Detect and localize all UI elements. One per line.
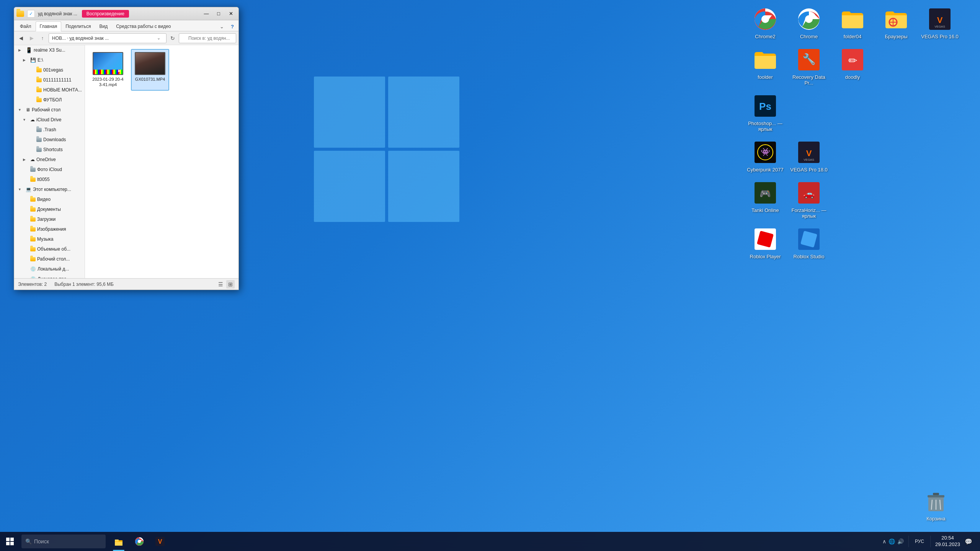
sidebar-realme-label: realme X3 Su... <box>34 47 65 53</box>
minimize-button[interactable]: — <box>201 10 212 18</box>
sidebar-item-local-disk[interactable]: 💿 Локальный д... <box>14 264 85 274</box>
taskbar-search[interactable]: 🔍 Поиск <box>21 535 106 548</box>
ribbon-expand-btn[interactable]: ⌄ <box>217 22 226 31</box>
tab-video-tools[interactable]: Средства работы с видео <box>112 21 175 31</box>
address-path[interactable]: НОВ... › уд водяной знак ... ⌄ <box>49 33 167 43</box>
sidebar-item-docs[interactable]: Документы <box>14 204 85 214</box>
desktop-icon-photoshop[interactable]: Ps Photoshop... — ярлык <box>744 91 786 135</box>
desktop-icon-roblox-player[interactable]: Roblox Player <box>744 224 786 262</box>
grid-view-button[interactable]: ⊞ <box>226 280 235 289</box>
svg-text:✏: ✏ <box>848 55 857 67</box>
folder-icon-rdesktop <box>30 257 36 261</box>
folder-icon-001vegas <box>36 68 42 72</box>
language-indicator[interactable]: РУС <box>913 538 926 545</box>
taskbar-items: V <box>109 532 170 551</box>
desktop-icons-area: Chrome2 Chrome <box>744 4 961 262</box>
folder-icon-downloads <box>36 138 42 142</box>
sidebar-item-edrive[interactable]: ▶ 💾 E:\ <box>14 55 85 65</box>
taskbar-item-chrome[interactable] <box>129 532 149 551</box>
desktop-icon-cyberpunk[interactable]: 👾 Cyberpunk 2077 <box>744 137 786 175</box>
expand-icon-novye <box>28 87 34 93</box>
desktop-icon-forza[interactable]: 🚗 ForzaHoriz... — ярлык <box>788 178 830 222</box>
up-button[interactable]: ↑ <box>38 34 47 43</box>
sidebar-ldisk-label: Локальный д... <box>38 266 69 272</box>
taskbar-item-vegas[interactable]: V <box>150 532 170 551</box>
sidebar-item-icloud[interactable]: ▼ ☁ iCloud Drive <box>14 115 85 125</box>
sidebar-item-downloads[interactable]: Downloads <box>14 135 85 145</box>
play-button[interactable]: Воспроизведение <box>82 10 129 18</box>
desktop-icon-tanki[interactable]: 🎮 Tanki Online <box>744 178 786 222</box>
tab-file[interactable]: Файл <box>16 21 36 31</box>
file-item-video2[interactable]: GX010731.MP4 <box>131 49 169 91</box>
file-item-video1[interactable]: 2023-01-29 20-43-41.mp4 <box>89 49 127 91</box>
close-button[interactable]: ✕ <box>225 10 236 18</box>
folder-icon-music <box>30 237 36 241</box>
search-input[interactable] <box>179 33 236 43</box>
desktop-icon-vegas18[interactable]: V VEGAS VEGAS Pro 18.0 <box>788 137 830 175</box>
sidebar-item-lt0055[interactable]: lt0055 <box>14 174 85 184</box>
folder-icon-shortcuts <box>36 148 42 152</box>
sidebar-item-novye[interactable]: НОВЫЕ МОНТА... <box>14 85 85 95</box>
file-area[interactable]: 2023-01-29 20-43-41.mp4 GX010731.MP4 <box>85 45 238 278</box>
sidebar-item-3d[interactable]: Объемные об... <box>14 244 85 254</box>
desktop-icon-folder04[interactable]: folder04 <box>831 4 874 42</box>
sidebar-item-rdesktop[interactable]: Рабочий стол... <box>14 254 85 264</box>
sidebar-item-onedrive[interactable]: ▶ ☁ OneDrive <box>14 155 85 165</box>
sidebar-item-shortcuts[interactable]: Shortcuts <box>14 145 85 155</box>
list-view-button[interactable]: ☰ <box>216 280 225 289</box>
desktop-icon-brauzery[interactable]: Браузеры <box>875 4 917 42</box>
sidebar-item-photo-icloud[interactable]: Фото iCloud <box>14 165 85 174</box>
sidebar-item-001vegas[interactable]: 001vegas <box>14 65 85 75</box>
desktop-icon-photoshop-label: Photoshop... — ярлык <box>746 121 784 132</box>
maximize-button[interactable]: □ <box>213 10 224 18</box>
sidebar-item-this-computer[interactable]: ▼ 💻 Этот компьютер... <box>14 184 85 194</box>
taskbar-item-explorer[interactable] <box>109 532 129 551</box>
video-thumb-content-2 <box>136 53 165 74</box>
sidebar-edrive-label: E:\ <box>38 57 43 63</box>
sidebar-001vegas-label: 001vegas <box>43 67 63 73</box>
desktop-icon-foolder[interactable]: foolder <box>744 44 786 88</box>
taskbar-clock[interactable]: 20:54 29.01.2023 <box>935 535 960 548</box>
back-button[interactable]: ◀ <box>16 34 26 43</box>
sidebar-item-desktop[interactable]: ▼ 🖥 Рабочий стол <box>14 105 85 115</box>
sidebar-item-futbol[interactable]: ФУТБОЛ <box>14 95 85 105</box>
svg-text:V: V <box>937 15 943 25</box>
sidebar-item-images[interactable]: Изображения <box>14 224 85 234</box>
desktop-icon-vegas16[interactable]: V VEGAS VEGAS Pro 16.0 <box>919 4 961 42</box>
expand-icon-01111 <box>28 77 34 83</box>
tab-home[interactable]: Главная <box>36 21 62 31</box>
sidebar-item-music[interactable]: Музыка <box>14 234 85 244</box>
sidebar-item-realme[interactable]: ▶ 📱 realme X3 Su... <box>14 45 85 55</box>
desktop-icon-roblox-studio[interactable]: Roblox Studio <box>788 224 830 262</box>
sidebar-item-disk1[interactable]: 💿 Дисковое про... <box>14 274 85 278</box>
svg-text:VEGAS: VEGAS <box>804 158 814 161</box>
ribbon-help-btn[interactable]: ? <box>228 22 237 31</box>
desktop-icon-recovery[interactable]: 🔧 Recovery Data Pr... <box>788 44 830 88</box>
address-dropdown-btn[interactable]: ⌄ <box>154 34 163 43</box>
sidebar-item-01111[interactable]: 01111111111 <box>14 75 85 85</box>
sidebar-item-trash[interactable]: .Trash <box>14 125 85 135</box>
tray-volume-icon[interactable]: 🔊 <box>897 538 904 544</box>
svg-text:👾: 👾 <box>761 147 770 156</box>
tab-share[interactable]: Поделиться <box>61 21 95 31</box>
desktop-icon-chrome2[interactable]: Chrome2 <box>744 4 786 42</box>
desktop-icon-recycle-bin[interactable]: Корзина <box>915 486 957 524</box>
desktop-icon-chrome[interactable]: Chrome <box>788 4 830 42</box>
forward-button[interactable]: ▶ <box>27 34 36 43</box>
svg-text:🚗: 🚗 <box>803 188 815 199</box>
tab-view[interactable]: Вид <box>95 21 112 31</box>
svg-text:VEGAS: VEGAS <box>934 25 945 28</box>
tray-expand-icon[interactable]: ∧ <box>882 538 886 544</box>
refresh-button[interactable]: ↻ <box>168 34 177 43</box>
expand-icon-desktop: ▼ <box>17 107 23 113</box>
desktop-icon-brauzery-label: Браузеры <box>885 34 908 40</box>
expand-icon-trash <box>28 127 34 133</box>
sidebar-item-video[interactable]: Видео <box>14 194 85 204</box>
sidebar-item-zagruzki[interactable]: Загрузки <box>14 214 85 224</box>
desktop-icon-doodly[interactable]: ✏ doodly <box>831 44 874 88</box>
tray-network-icon[interactable]: 🌐 <box>889 538 895 544</box>
notification-icon[interactable]: 💬 <box>963 536 974 547</box>
start-button[interactable] <box>0 532 20 551</box>
expand-icon-downloads <box>28 137 34 143</box>
folder-icon-3d <box>30 247 36 251</box>
